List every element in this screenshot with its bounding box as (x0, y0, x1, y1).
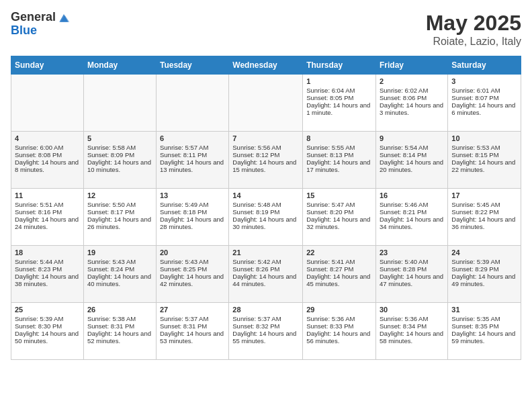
day-number: 2 (380, 77, 444, 85)
day-number: 11 (15, 191, 80, 199)
daylight-text: Daylight: 14 hours and 26 minutes. (87, 216, 151, 230)
calendar-row: 25 Sunrise: 5:39 AM Sunset: 8:30 PM Dayl… (11, 303, 521, 360)
calendar-header: Sunday Monday Tuesday Wednesday Thursday… (11, 56, 521, 75)
day-number: 24 (451, 248, 517, 257)
sunrise-text: Sunrise: 5:46 AM (380, 201, 428, 208)
sunset-text: Sunset: 8:24 PM (87, 265, 134, 273)
calendar-cell: 12 Sunrise: 5:50 AM Sunset: 8:17 PM Dayl… (83, 189, 156, 246)
title-block: May 2025 Roiate, Lazio, Italy (426, 11, 521, 48)
calendar-cell: 13 Sunrise: 5:49 AM Sunset: 8:18 PM Dayl… (156, 189, 228, 246)
sunrise-text: Sunrise: 5:38 AM (87, 315, 136, 322)
sunset-text: Sunset: 8:33 PM (306, 322, 353, 330)
day-number: 7 (232, 134, 299, 142)
calendar-cell: 9 Sunrise: 5:54 AM Sunset: 8:14 PM Dayli… (376, 132, 448, 189)
header-thursday: Thursday (303, 56, 376, 75)
sunrise-text: Sunrise: 5:48 AM (232, 201, 281, 208)
daylight-text: Daylight: 14 hours and 28 minutes. (160, 216, 224, 230)
day-number: 27 (160, 306, 225, 314)
daylight-text: Daylight: 14 hours and 13 minutes. (160, 158, 224, 173)
day-number: 30 (380, 306, 444, 314)
sunset-text: Sunset: 8:05 PM (306, 94, 353, 101)
daylight-text: Daylight: 14 hours and 40 minutes. (87, 273, 151, 287)
day-number: 29 (306, 306, 372, 314)
sunset-text: Sunset: 8:14 PM (380, 151, 427, 158)
header-friday: Friday (376, 56, 448, 75)
calendar-cell: 21 Sunrise: 5:42 AM Sunset: 8:26 PM Dayl… (229, 246, 303, 303)
sunrise-text: Sunrise: 6:02 AM (380, 87, 428, 94)
logo: General Blue (11, 11, 71, 38)
day-number: 20 (160, 248, 225, 257)
logo-icon (57, 11, 71, 24)
daylight-text: Daylight: 14 hours and 15 minutes. (232, 158, 296, 173)
day-number: 14 (232, 191, 299, 199)
sunrise-text: Sunrise: 5:54 AM (380, 144, 428, 151)
day-number: 4 (15, 134, 80, 142)
day-number: 21 (232, 248, 299, 257)
daylight-text: Daylight: 14 hours and 45 minutes. (306, 273, 370, 287)
daylight-text: Daylight: 14 hours and 36 minutes. (451, 216, 515, 230)
calendar-row: 11 Sunrise: 5:51 AM Sunset: 8:16 PM Dayl… (11, 189, 521, 246)
daylight-text: Daylight: 14 hours and 24 minutes. (15, 216, 79, 230)
sunset-text: Sunset: 8:27 PM (306, 265, 353, 273)
daylight-text: Daylight: 14 hours and 47 minutes. (380, 273, 443, 287)
calendar-cell: 16 Sunrise: 5:46 AM Sunset: 8:21 PM Dayl… (376, 189, 448, 246)
sunrise-text: Sunrise: 5:51 AM (15, 201, 63, 208)
daylight-text: Daylight: 14 hours and 58 minutes. (380, 330, 443, 345)
calendar-cell: 17 Sunrise: 5:45 AM Sunset: 8:22 PM Dayl… (448, 189, 521, 246)
logo-blue-text: Blue (11, 24, 37, 38)
daylight-text: Daylight: 14 hours and 3 minutes. (380, 101, 443, 116)
calendar-cell (229, 75, 303, 132)
day-number: 26 (87, 306, 152, 314)
day-number: 17 (451, 191, 517, 199)
sunset-text: Sunset: 8:19 PM (232, 208, 279, 216)
daylight-text: Daylight: 14 hours and 42 minutes. (160, 273, 224, 287)
day-number: 1 (306, 77, 372, 85)
calendar-cell: 23 Sunrise: 5:40 AM Sunset: 8:28 PM Dayl… (376, 246, 448, 303)
calendar-cell: 8 Sunrise: 5:55 AM Sunset: 8:13 PM Dayli… (303, 132, 376, 189)
sunrise-text: Sunrise: 5:37 AM (232, 315, 281, 322)
calendar-row: 18 Sunrise: 5:44 AM Sunset: 8:23 PM Dayl… (11, 246, 521, 303)
sunrise-text: Sunrise: 5:35 AM (451, 315, 500, 322)
sunrise-text: Sunrise: 5:45 AM (451, 201, 500, 208)
calendar-cell: 2 Sunrise: 6:02 AM Sunset: 8:06 PM Dayli… (376, 75, 448, 132)
sunrise-text: Sunrise: 5:56 AM (232, 144, 281, 151)
header-monday: Monday (83, 56, 156, 75)
sunrise-text: Sunrise: 5:44 AM (15, 258, 63, 265)
day-number: 8 (306, 134, 372, 142)
sunset-text: Sunset: 8:11 PM (160, 151, 207, 158)
calendar-cell: 15 Sunrise: 5:47 AM Sunset: 8:20 PM Dayl… (303, 189, 376, 246)
sunset-text: Sunset: 8:34 PM (380, 322, 427, 330)
sunset-text: Sunset: 8:12 PM (232, 151, 279, 158)
daylight-text: Daylight: 14 hours and 59 minutes. (451, 330, 515, 345)
daylight-text: Daylight: 14 hours and 22 minutes. (451, 158, 515, 173)
sunset-text: Sunset: 8:29 PM (451, 265, 498, 273)
sunset-text: Sunset: 8:35 PM (451, 322, 498, 330)
calendar-cell: 30 Sunrise: 5:36 AM Sunset: 8:34 PM Dayl… (376, 303, 448, 360)
calendar-cell: 5 Sunrise: 5:58 AM Sunset: 8:09 PM Dayli… (83, 132, 156, 189)
calendar-cell: 19 Sunrise: 5:43 AM Sunset: 8:24 PM Dayl… (83, 246, 156, 303)
calendar-cell: 25 Sunrise: 5:39 AM Sunset: 8:30 PM Dayl… (11, 303, 84, 360)
sunrise-text: Sunrise: 5:36 AM (380, 315, 428, 322)
sunset-text: Sunset: 8:16 PM (15, 208, 62, 216)
sunrise-text: Sunrise: 6:01 AM (451, 87, 500, 94)
header-sunday: Sunday (11, 56, 84, 75)
daylight-text: Daylight: 14 hours and 52 minutes. (87, 330, 151, 345)
daylight-text: Daylight: 14 hours and 53 minutes. (160, 330, 224, 345)
calendar-cell: 24 Sunrise: 5:39 AM Sunset: 8:29 PM Dayl… (448, 246, 521, 303)
daylight-text: Daylight: 14 hours and 44 minutes. (232, 273, 296, 287)
sunset-text: Sunset: 8:15 PM (451, 151, 498, 158)
calendar-body: 1 Sunrise: 6:04 AM Sunset: 8:05 PM Dayli… (11, 75, 521, 360)
sunset-text: Sunset: 8:23 PM (15, 265, 62, 273)
calendar-cell: 18 Sunrise: 5:44 AM Sunset: 8:23 PM Dayl… (11, 246, 84, 303)
calendar-cell: 27 Sunrise: 5:37 AM Sunset: 8:31 PM Dayl… (156, 303, 228, 360)
daylight-text: Daylight: 14 hours and 55 minutes. (232, 330, 296, 345)
sunset-text: Sunset: 8:18 PM (160, 208, 207, 216)
calendar-cell: 10 Sunrise: 5:53 AM Sunset: 8:15 PM Dayl… (448, 132, 521, 189)
header-tuesday: Tuesday (156, 56, 228, 75)
sunset-text: Sunset: 8:32 PM (232, 322, 279, 330)
calendar-cell: 1 Sunrise: 6:04 AM Sunset: 8:05 PM Dayli… (303, 75, 376, 132)
sunrise-text: Sunrise: 5:40 AM (380, 258, 428, 265)
sunrise-text: Sunrise: 5:43 AM (160, 258, 208, 265)
logo-general-text: General (11, 11, 56, 24)
sunrise-text: Sunrise: 5:53 AM (451, 144, 500, 151)
